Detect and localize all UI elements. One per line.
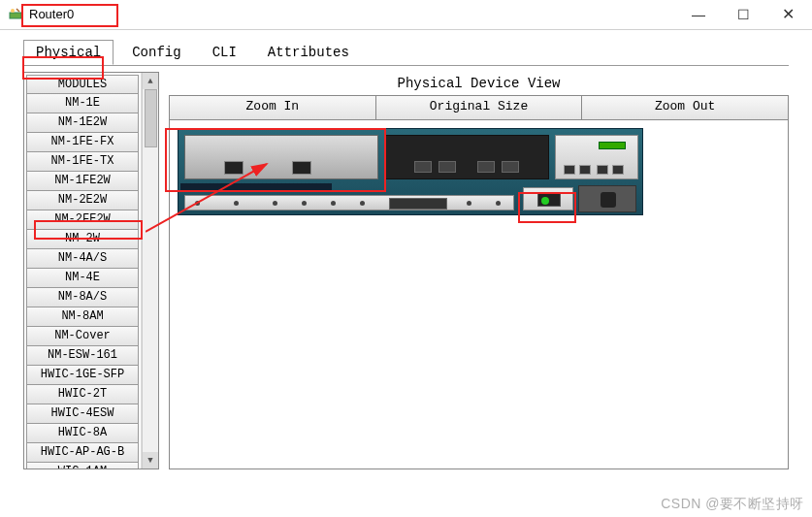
module-item[interactable]: NM-1FE-TX [26, 152, 139, 172]
module-item[interactable]: NM-2W [26, 230, 139, 249]
scroll-up-icon[interactable]: ▲ [143, 73, 158, 89]
tab-label: Physical [36, 45, 101, 60]
module-slot-2[interactable] [555, 135, 638, 179]
module-item[interactable]: NM-8AM [26, 307, 139, 327]
power-switch-block[interactable] [523, 187, 573, 210]
tab-cli[interactable]: CLI [200, 40, 249, 65]
module-item[interactable]: NM-2E2W [26, 191, 139, 210]
tab-label: CLI [212, 45, 237, 60]
zoom-in-button[interactable]: Zoom In [170, 96, 376, 119]
app-icon [8, 7, 23, 22]
device-view[interactable] [169, 120, 789, 469]
tab-label: Config [132, 45, 180, 60]
zoom-bar: Zoom In Original Size Zoom Out [169, 95, 789, 120]
chassis-label-strip [180, 183, 332, 191]
scroll-down-icon[interactable]: ▼ [143, 452, 158, 469]
module-item[interactable]: HWIC-1GE-SFP [26, 366, 139, 385]
zoom-out-button[interactable]: Zoom Out [582, 96, 788, 119]
maximize-button[interactable]: ☐ [721, 0, 765, 29]
module-item[interactable]: NM-1FE-FX [26, 133, 139, 152]
port-icon [612, 165, 624, 175]
module-item[interactable]: WIC-1AM [26, 463, 139, 469]
compactflash-slot[interactable] [389, 198, 447, 210]
modules-header: MODULES [26, 75, 139, 94]
port-icon [438, 161, 456, 173]
port-icon [414, 161, 432, 173]
module-item[interactable]: NM-1E [26, 94, 139, 113]
module-item[interactable]: NM-4A/S [26, 249, 139, 269]
port-icon [579, 165, 591, 175]
screw-icon [234, 201, 239, 206]
original-size-button[interactable]: Original Size [376, 96, 583, 119]
device-view-title: Physical Device View [169, 72, 789, 95]
port-icon [597, 165, 608, 175]
module-item[interactable]: HWIC-4ESW [26, 404, 139, 424]
tab-attributes[interactable]: Attributes [255, 40, 362, 65]
port-icon [502, 161, 519, 173]
window-title: Router0 [29, 7, 676, 21]
screw-icon [467, 201, 471, 206]
router-chassis[interactable] [178, 128, 643, 215]
ethernet-port[interactable] [224, 161, 244, 175]
screw-icon [496, 201, 501, 206]
screw-icon [195, 201, 200, 206]
watermark: CSDN @要不断坚持呀 [661, 496, 804, 513]
module-item[interactable]: NM-1E2W [26, 113, 139, 133]
port-icon [564, 165, 575, 175]
power-plug-icon [601, 192, 616, 208]
screw-icon [273, 201, 277, 206]
module-item[interactable]: NM-ESW-161 [26, 346, 139, 366]
modules-panel: MODULES NM-1E NM-1E2W NM-1FE-FX NM-1FE-T… [23, 72, 159, 469]
scroll-thumb[interactable] [145, 89, 157, 147]
close-button[interactable]: ✕ [765, 0, 810, 29]
screw-icon [331, 201, 336, 206]
led-icon [599, 142, 626, 149]
module-item[interactable]: NM-4E [26, 269, 139, 288]
modules-list: MODULES NM-1E NM-1E2W NM-1FE-FX NM-1FE-T… [24, 73, 142, 469]
module-item[interactable]: HWIC-AP-AG-B [26, 443, 139, 463]
power-switch-icon[interactable] [537, 193, 561, 207]
module-slot-1[interactable] [384, 135, 549, 179]
module-item[interactable]: NM-8A/S [26, 288, 139, 307]
module-slot-0[interactable] [184, 135, 378, 179]
module-item[interactable]: NM-1FE2W [26, 172, 139, 191]
screw-icon [302, 201, 307, 206]
module-item[interactable]: HWIC-2T [26, 385, 139, 404]
module-item[interactable]: NM-2FE2W [26, 210, 139, 230]
port-icon [477, 161, 495, 173]
psu-block [578, 185, 636, 212]
hwic-bar[interactable] [184, 195, 514, 210]
module-item[interactable]: HWIC-8A [26, 424, 139, 443]
svg-point-1 [11, 9, 15, 13]
tab-label: Attributes [268, 45, 349, 60]
tab-physical[interactable]: Physical [23, 40, 114, 65]
minimize-button[interactable]: — [676, 0, 721, 29]
ethernet-port[interactable] [292, 161, 311, 175]
tab-config[interactable]: Config [119, 40, 193, 65]
screw-icon [360, 201, 365, 206]
svg-rect-0 [10, 13, 21, 18]
modules-scrollbar[interactable]: ▲ ▼ [142, 73, 158, 469]
module-item[interactable]: NM-Cover [26, 327, 139, 346]
tab-bar: Physical Config CLI Attributes [0, 30, 812, 65]
